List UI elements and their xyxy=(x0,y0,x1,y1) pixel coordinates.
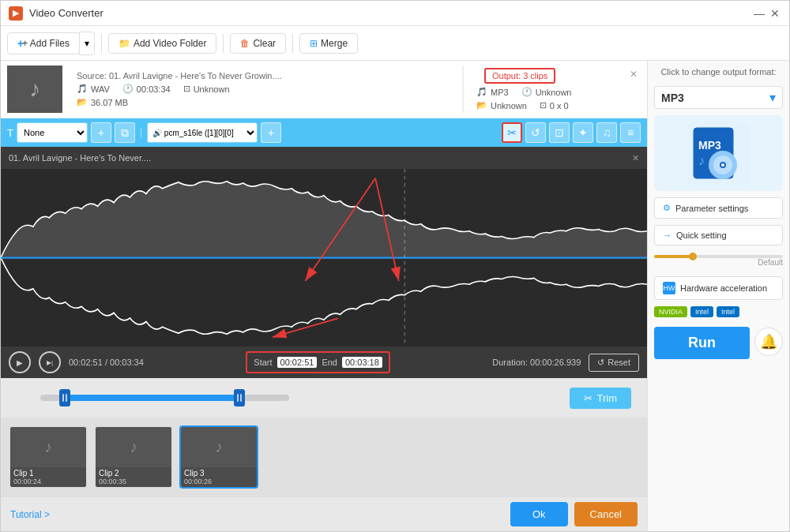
close-button[interactable]: ✕ xyxy=(769,7,781,20)
handle-line3 xyxy=(237,394,239,402)
cancel-button[interactable]: Cancel xyxy=(574,502,638,526)
hardware-acceleration-button[interactable]: HW Hardware acceleration xyxy=(654,276,783,300)
current-time: 00:02:51 xyxy=(69,358,103,367)
nvidia-badge: NVIDIA xyxy=(654,306,687,317)
audio-tool-button[interactable]: ♫ xyxy=(596,122,617,143)
folder-icon: 📁 xyxy=(118,38,130,49)
clip-music-icon-3: ♪ xyxy=(215,438,223,456)
right-panel: Click to change output format: MP3 ▾ MP3 xyxy=(647,61,789,531)
settings-icon: ⚙ xyxy=(663,203,671,213)
editor-title-bar: 01. Avril Lavigne - Here's To Never.... … xyxy=(1,147,647,169)
clip-name-3: Clip 3 xyxy=(184,469,254,478)
end-label: End xyxy=(322,358,337,367)
divider-1 xyxy=(101,34,102,53)
folder-icon3: 📂 xyxy=(476,100,487,111)
main-area: ♪ Source: 01. Avril Lavigne - Here's To … xyxy=(1,61,789,531)
trim-button[interactable]: ✂ Trim xyxy=(570,388,632,409)
start-label: Start xyxy=(254,358,272,367)
play-button[interactable]: ▶ xyxy=(9,351,31,373)
gpu-badges-area: NVIDIA Intel Intel xyxy=(654,306,783,317)
merge-icon: ⊞ xyxy=(310,38,318,49)
trim-handle-right[interactable] xyxy=(234,389,245,406)
quick-setting-label: Quick setting xyxy=(676,230,727,240)
clip-preview-1: ♪ xyxy=(10,427,86,467)
parameter-settings-button[interactable]: ⚙ Parameter settings xyxy=(654,197,783,219)
out-res-value: 0 x 0 xyxy=(550,101,569,111)
effects-toolbar: T None + ⧉ | 🔊 pcm_s16le ([1][0][0] + ✂ … xyxy=(1,118,647,147)
crop-tool-button[interactable]: ⊡ xyxy=(549,122,570,143)
expand-icon: ⊡ xyxy=(183,84,190,94)
format-chevron-icon: ▾ xyxy=(769,90,776,105)
output-clips-badge: Output: 3 clips xyxy=(484,68,555,84)
trim-slider-track xyxy=(40,395,289,401)
quick-setting-button[interactable]: → Quick setting xyxy=(654,225,783,245)
merge-label: Merge xyxy=(321,38,348,49)
alarm-button[interactable]: 🔔 xyxy=(754,328,783,356)
clip-item-2[interactable]: ♪ Clip 2 00:00:35 xyxy=(94,425,173,489)
handle-lines-right xyxy=(237,394,242,402)
add-effect-button[interactable]: + xyxy=(91,122,111,143)
clip-name-1: Clip 1 xyxy=(13,469,83,478)
run-row: Run 🔔 xyxy=(654,324,783,359)
clip-item-3[interactable]: ♪ Clip 3 00:00:26 xyxy=(179,425,258,489)
file-format: 🎵 WAV xyxy=(77,84,110,94)
step-forward-button[interactable]: ▶| xyxy=(39,351,61,373)
editor-close-button[interactable]: ✕ xyxy=(632,153,639,163)
effect-select[interactable]: None xyxy=(17,122,88,143)
merge-button[interactable]: ⊞ Merge xyxy=(299,33,358,54)
clip-info-3: Clip 3 00:00:26 xyxy=(181,467,257,487)
add-audio-button[interactable]: + xyxy=(261,122,281,143)
playback-time: 00:02:51 / 00:03:34 xyxy=(69,358,144,367)
add-folder-button[interactable]: 📁 Add Video Folder xyxy=(108,33,217,54)
cut-tool-button[interactable]: ✂ xyxy=(502,122,522,143)
add-files-dropdown[interactable]: ▾ xyxy=(79,32,95,55)
clear-button[interactable]: 🗑 Clear xyxy=(230,33,286,54)
divider-tb2: | xyxy=(140,127,142,138)
trim-times-box: Start 00:02:51 End 00:03:18 xyxy=(246,351,389,373)
trim-slider-area: ✂ Trim xyxy=(1,378,647,418)
size-value: 36.07 MB xyxy=(91,98,128,107)
window-controls: — ✕ xyxy=(753,7,781,20)
enhance-tool-button[interactable]: ✦ xyxy=(573,122,593,143)
slider-label: Default xyxy=(654,258,783,267)
ok-button[interactable]: Ok xyxy=(510,502,568,526)
clip-name-2: Clip 2 xyxy=(99,469,168,478)
window-title: Video Converter xyxy=(29,7,753,19)
slider-fill xyxy=(654,255,693,258)
main-window: ▶ Video Converter — ✕ + + Add Files ▾ 📁 … xyxy=(0,0,790,532)
resolution-in: ⊡ Unknown xyxy=(183,84,230,94)
clip-info-2: Clip 2 00:00:35 xyxy=(96,467,171,487)
clips-area: ♪ Clip 1 00:00:24 ♪ Clip 2 00:00:35 xyxy=(1,418,647,496)
run-button[interactable]: Run xyxy=(654,327,750,359)
subtitle-tool-button[interactable]: ≡ xyxy=(620,122,641,143)
left-panel: ♪ Source: 01. Avril Lavigne - Here's To … xyxy=(1,61,647,531)
slider-thumb[interactable] xyxy=(689,253,697,260)
resolution-in-value: Unknown xyxy=(194,84,230,94)
wav-icon: 🎵 xyxy=(77,84,88,94)
title-bar: ▶ Video Converter — ✕ xyxy=(1,1,789,26)
hw-accel-label: Hardware acceleration xyxy=(680,283,767,293)
output-resolution: ⊡ 0 x 0 xyxy=(540,100,569,111)
clip-item-1[interactable]: ♪ Clip 1 00:00:24 xyxy=(9,425,88,489)
copy-effect-button[interactable]: ⧉ xyxy=(115,122,135,143)
minimize-button[interactable]: — xyxy=(753,7,766,20)
output-duration: 🕐 Unknown xyxy=(521,87,572,97)
format-header-label: Click to change output format: xyxy=(654,67,783,77)
file-meta-row1: 🎵 WAV 🕐 00:03:34 ⊡ Unknown xyxy=(77,84,456,94)
out-size-value: Unknown xyxy=(491,101,527,111)
trim-handle-left[interactable] xyxy=(59,389,70,406)
add-files-label: + Add Files xyxy=(22,38,70,49)
scissors-icon: ✂ xyxy=(584,392,592,404)
trim-times-container: Start 00:02:51 End 00:03:18 xyxy=(152,351,484,373)
format-selector[interactable]: MP3 ▾ xyxy=(654,86,783,109)
audio-track-select[interactable]: 🔊 pcm_s16le ([1][0][0] xyxy=(147,122,258,143)
file-row-close[interactable]: ✕ xyxy=(626,66,641,113)
slider-area: Default xyxy=(654,252,783,270)
rotate-tool-button[interactable]: ↺ xyxy=(525,122,546,143)
format-icon-area: MP3 ♪ xyxy=(654,115,783,191)
slider-track xyxy=(654,255,783,258)
add-files-button[interactable]: + + Add Files xyxy=(7,32,80,54)
reset-button[interactable]: ↺ Reset xyxy=(589,354,639,372)
editor-filename: 01. Avril Lavigne - Here's To Never.... xyxy=(9,153,151,163)
tutorial-link[interactable]: Tutorial > xyxy=(10,509,50,520)
